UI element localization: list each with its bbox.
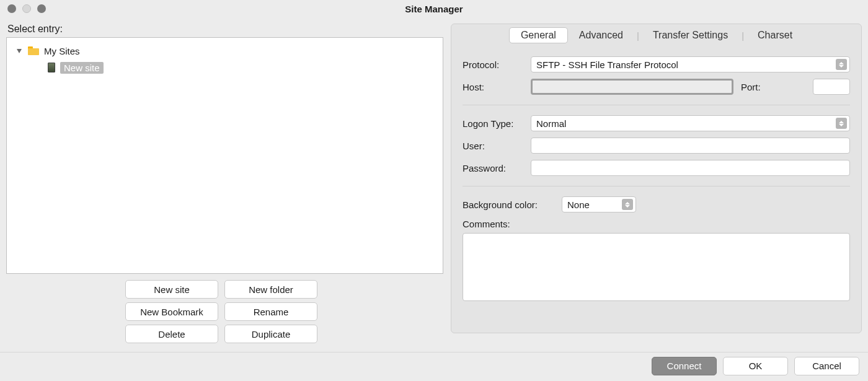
tab-transfer-settings[interactable]: Transfer Settings [642, 28, 739, 43]
new-folder-button-label: New folder [249, 284, 293, 295]
bg-color-value: None [567, 199, 590, 210]
comments-label: Comments: [463, 219, 850, 229]
ok-button-label: OK [749, 361, 763, 371]
minimize-window-icon[interactable] [22, 4, 31, 13]
site-tree[interactable]: My Sites New site [6, 37, 443, 274]
tree-site-label: New site [60, 62, 104, 74]
password-row: Password: [463, 160, 850, 176]
protocol-row: Protocol: SFTP - SSH File Transfer Proto… [463, 56, 850, 72]
logon-type-select[interactable]: Normal [531, 115, 850, 131]
connect-button[interactable]: Connect [652, 357, 717, 375]
delete-button-label: Delete [158, 329, 185, 339]
bg-color-row: Background color: None [463, 196, 850, 212]
window-title: Site Manager [0, 4, 868, 14]
tab-charset-label: Charset [758, 30, 792, 40]
user-row: User: [463, 138, 850, 154]
right-pane: General Advanced | Transfer Settings | C… [451, 24, 862, 333]
settings-tabs: General Advanced | Transfer Settings | C… [451, 24, 861, 44]
tree-site-row[interactable]: New site [9, 60, 440, 75]
logon-type-row: Logon Type: Normal [463, 115, 850, 131]
bg-color-label: Background color: [463, 199, 562, 210]
tab-separator: | [634, 30, 642, 41]
user-label: User: [463, 141, 531, 151]
tab-charset[interactable]: Charset [746, 28, 804, 43]
ok-button[interactable]: OK [723, 357, 788, 375]
user-input[interactable] [531, 138, 850, 154]
port-label: Port: [741, 82, 809, 92]
duplicate-button-label: Duplicate [252, 329, 291, 339]
host-input[interactable] [531, 79, 733, 95]
dialog-footer: Connect OK Cancel [0, 352, 868, 379]
password-input[interactable] [531, 160, 850, 176]
comments-input[interactable] [463, 233, 850, 301]
tab-general[interactable]: General [509, 27, 568, 43]
new-site-button[interactable]: New site [125, 280, 218, 299]
select-entry-label: Select entry: [6, 17, 443, 37]
folder-icon [28, 46, 39, 55]
new-site-button-label: New site [154, 284, 190, 295]
new-bookmark-button[interactable]: New Bookmark [125, 302, 218, 321]
logon-type-value: Normal [536, 118, 566, 129]
protocol-value: SFTP - SSH File Transfer Protocol [536, 59, 678, 70]
host-port-row: Host: Port: [463, 79, 850, 95]
left-pane: Select entry: My Sites New site New site… [6, 17, 443, 352]
tab-separator: | [739, 30, 746, 41]
tree-root-label: My Sites [44, 46, 80, 56]
rename-button[interactable]: Rename [224, 302, 317, 321]
duplicate-button[interactable]: Duplicate [224, 325, 317, 343]
protocol-select[interactable]: SFTP - SSH File Transfer Protocol [531, 56, 850, 72]
new-bookmark-button-label: New Bookmark [140, 307, 203, 317]
close-window-icon[interactable] [7, 4, 16, 13]
cancel-button[interactable]: Cancel [794, 357, 859, 375]
delete-button[interactable]: Delete [125, 325, 218, 343]
tab-general-label: General [521, 30, 556, 40]
zoom-window-icon[interactable] [37, 4, 46, 13]
protocol-label: Protocol: [463, 59, 531, 70]
password-label: Password: [463, 163, 531, 173]
divider [463, 105, 850, 105]
general-form: Protocol: SFTP - SSH File Transfer Proto… [451, 44, 861, 307]
updown-icon [622, 199, 633, 210]
new-folder-button[interactable]: New folder [224, 280, 317, 299]
tab-advanced-label: Advanced [579, 30, 623, 40]
titlebar: Site Manager [0, 0, 868, 17]
chevron-down-icon[interactable] [17, 49, 22, 53]
logon-type-label: Logon Type: [463, 118, 531, 129]
updown-icon [836, 59, 847, 70]
connect-button-label: Connect [667, 361, 702, 371]
divider [463, 186, 850, 186]
tree-root-row[interactable]: My Sites [9, 43, 440, 58]
entry-action-buttons: New site New folder New Bookmark Rename … [125, 280, 443, 343]
cancel-button-label: Cancel [812, 361, 841, 371]
host-label: Host: [463, 82, 531, 92]
window-controls [7, 4, 46, 13]
main-content: Select entry: My Sites New site New site… [0, 17, 868, 352]
updown-icon [836, 118, 847, 129]
server-icon [48, 63, 55, 72]
tab-advanced[interactable]: Advanced [568, 28, 634, 43]
tab-transfer-label: Transfer Settings [653, 30, 728, 40]
bg-color-select[interactable]: None [562, 196, 636, 212]
port-input[interactable] [813, 79, 850, 95]
rename-button-label: Rename [254, 307, 289, 317]
